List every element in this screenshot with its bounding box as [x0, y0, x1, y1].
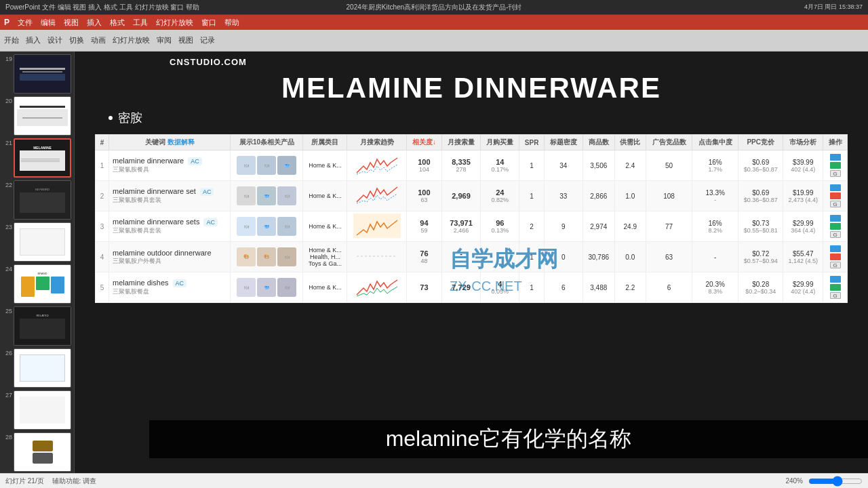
menu-window[interactable]: 窗口	[201, 18, 216, 28]
menu-help[interactable]: 帮助	[224, 18, 239, 28]
menu-file[interactable]: 文件	[18, 18, 33, 28]
supply-1: 2.4	[614, 150, 646, 181]
ribbon-record[interactable]: 记录	[200, 35, 215, 45]
ppc-5: $0.28$0.2–$0.34	[738, 272, 783, 303]
slide-thumb-21[interactable]: 21 MELAMINE	[3, 138, 71, 178]
click-focus-4: -	[692, 242, 738, 272]
col-keyword[interactable]: 关键词 数据解释	[109, 135, 231, 150]
menu-view[interactable]: 视图	[64, 18, 79, 28]
bullet-section: 密胺	[108, 110, 142, 126]
category-5: Home & K...	[303, 272, 347, 303]
relevance-4: 7648	[406, 242, 441, 272]
slide-thumb-22[interactable]: 22 KEYWORD	[3, 180, 71, 220]
row-num-2: 2	[96, 181, 109, 211]
ad-products-2: 108	[646, 181, 692, 211]
monthly-buy-5: 40.05%	[481, 272, 519, 303]
market-1: $39.99402 (4.4)	[783, 150, 823, 181]
slide-thumb-19[interactable]: 19	[3, 54, 71, 94]
products-2: 2,866	[583, 181, 614, 211]
col-trend: 月搜索趋势	[347, 135, 407, 150]
actions-3[interactable]: G	[823, 211, 848, 242]
slide-thumb-26[interactable]: 26	[3, 348, 71, 388]
monthly-search-1: 8,335278	[441, 150, 480, 181]
keyword-cell-1: melamine dinnerware AC 三聚氰胺餐具	[109, 150, 231, 181]
system-bar: PowerPoint 文件 编辑 视图 插入 格式 工具 幻灯片放映 窗口 帮助…	[0, 0, 868, 15]
bullet-text: 密胺	[118, 110, 142, 126]
ad-products-4: 63	[646, 242, 692, 272]
products-3: 2,974	[583, 211, 614, 242]
zoom-slider[interactable]	[808, 476, 863, 487]
menu-slideshow[interactable]: 幻灯片放映	[156, 18, 193, 28]
related-imgs-5: 🍽 🥣 🍽	[231, 272, 303, 303]
trend-1	[347, 150, 407, 181]
col-monthly-buy: 月购买量	[481, 135, 519, 150]
supply-2: 1.0	[614, 181, 646, 211]
ribbon-start[interactable]: 开始	[4, 35, 19, 45]
menu-insert[interactable]: 插入	[87, 18, 102, 28]
keyword-cell-2: melamine dinnerware set AC 三聚氰胺餐具套装	[109, 181, 231, 211]
keyword-cell-5: melamine dishes AC 三聚氰胺餐盘	[109, 272, 231, 303]
slide-thumb-23[interactable]: 23	[3, 222, 71, 262]
market-5: $29.99402 (4.4)	[783, 272, 823, 303]
row-num-3: 3	[96, 211, 109, 242]
ad-products-5: 6	[646, 272, 692, 303]
actions-1[interactable]: G	[823, 150, 848, 181]
ppc-3: $0.73$0.55–$0.81	[738, 211, 783, 242]
menu-format[interactable]: 格式	[110, 18, 125, 28]
table-row: 3 melamine dinnerware sets AC 三聚氰胺餐具套装 🍽…	[96, 211, 848, 242]
slide-thumb-28[interactable]: 28	[3, 432, 71, 472]
related-imgs-1: 🍽 🍽 🥣	[231, 150, 303, 181]
monthly-search-3: 73,9712,466	[441, 211, 480, 242]
menu-tools[interactable]: 工具	[133, 18, 148, 28]
col-related: 展示10条相关产品	[231, 135, 303, 150]
data-table-wrapper: # 关键词 数据解释 展示10条相关产品 所属类目 月搜索趋势 相关度↓ 月搜索…	[95, 134, 848, 303]
ppc-4: $0.72$0.57–$0.94	[738, 242, 783, 272]
click-focus-1: 16%1.7%	[692, 150, 738, 181]
slide-thumb-27[interactable]: 27	[3, 390, 71, 430]
actions-5[interactable]: G	[823, 272, 848, 303]
ribbon-animation[interactable]: 动画	[91, 35, 106, 45]
col-ad-products: 广告竞品数	[646, 135, 692, 150]
status-bar: 幻灯片 21/页 辅助功能: 调查 240%	[0, 473, 868, 488]
col-products: 商品数	[583, 135, 614, 150]
col-market: 市场分析	[783, 135, 823, 150]
col-relevance[interactable]: 相关度↓	[406, 135, 441, 150]
relevance-3: 9459	[406, 211, 441, 242]
ribbon-slideshow[interactable]: 幻灯片放映	[113, 35, 150, 45]
slide-title: MELAMINE DINNERWARE	[281, 72, 661, 104]
supply-5: 2.2	[614, 272, 646, 303]
monthly-search-5: 7,729	[441, 272, 480, 303]
products-4: 30,786	[583, 242, 614, 272]
col-actions: 操作	[823, 135, 848, 150]
col-spr: SPR	[519, 135, 544, 150]
app-menu[interactable]: PowerPoint 文件 编辑 视图 插入 格式 工具 幻灯片放映 窗口 帮助	[5, 3, 199, 12]
ribbon-design[interactable]: 设计	[47, 35, 62, 45]
relevance-5: 73	[406, 272, 441, 303]
main-layout: 19 20 21	[0, 52, 868, 473]
slide-thumb-25[interactable]: 25 RELATED	[3, 306, 71, 346]
ribbon-transition[interactable]: 切换	[69, 35, 84, 45]
doc-title: 2024年厨房Kitchen高利润洋货品方向以及在发货产品-刊封	[347, 3, 522, 12]
ribbon-insert[interactable]: 插入	[26, 35, 41, 45]
table-row: 1 melamine dinnerware AC 三聚氰胺餐具 🍽 🍽 🥣	[96, 150, 848, 181]
monthly-buy-1: 140.17%	[481, 150, 519, 181]
title-density-3: 9	[544, 211, 583, 242]
col-supply: 供需比	[614, 135, 646, 150]
actions-4[interactable]: G	[823, 242, 848, 272]
ribbon-view[interactable]: 视图	[178, 35, 193, 45]
title-density-4: 0	[544, 242, 583, 272]
slide-thumb-24[interactable]: 24 BRAND	[3, 264, 71, 304]
related-imgs-3: 🍽 🥣 🍽	[231, 211, 303, 242]
slide-thumb-20[interactable]: 20	[3, 96, 71, 136]
table-row: 4 melamine outdoor dinnerware 三聚氰胺户外餐具 🎨…	[96, 242, 848, 272]
ribbon-review[interactable]: 审阅	[157, 35, 172, 45]
monthly-search-2: 2,969	[441, 181, 480, 211]
col-click-focus: 点击集中度	[692, 135, 738, 150]
ribbon: 开始 插入 设计 切换 动画 幻灯片放映 审阅 视图 记录	[0, 30, 868, 52]
category-4: Home & K...Health, H...Toys & Ga...	[303, 242, 347, 272]
col-title-density: 标题密度	[544, 135, 583, 150]
trend-4	[347, 242, 407, 272]
actions-2[interactable]: G	[823, 181, 848, 211]
menu-edit[interactable]: 编辑	[41, 18, 56, 28]
market-2: $19.992,473 (4.4)	[783, 181, 823, 211]
